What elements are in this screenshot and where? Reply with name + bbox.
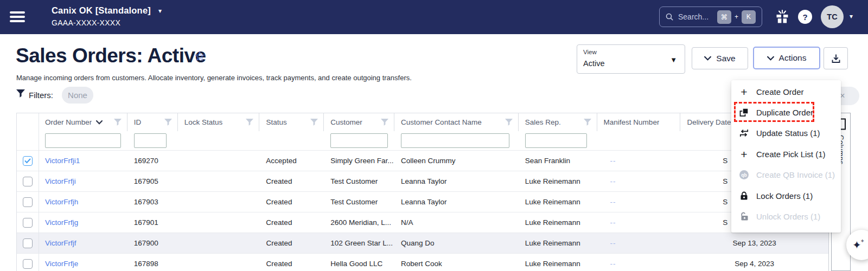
cell-order_number: VictorFrfji1 xyxy=(39,157,127,165)
row-checkbox[interactable] xyxy=(23,197,33,207)
cell-manifest_number: -- xyxy=(597,198,680,206)
menu-item-duplicate-order[interactable]: Duplicate Order xyxy=(731,102,841,122)
menu-item-unlock-orders-1[interactable]: Unlock Orders (1) xyxy=(731,206,841,227)
column-header-select[interactable] xyxy=(17,113,39,131)
column-label: Order Number xyxy=(45,118,92,126)
gift-icon[interactable] xyxy=(774,9,790,27)
column-header-customer[interactable]: Customer xyxy=(324,113,394,131)
hamburger-menu-icon[interactable] xyxy=(10,11,25,23)
filter-input-id[interactable] xyxy=(134,133,167,148)
org-name[interactable]: Canix OK [Standalone] xyxy=(52,5,151,16)
cell-manifest_number: -- xyxy=(597,177,680,185)
order-number-link[interactable]: VictorFrfjg xyxy=(45,218,78,227)
row-checkbox[interactable] xyxy=(23,238,33,248)
filter-input-sales-rep[interactable] xyxy=(525,133,587,148)
cell-order_number: VictorFrfjg xyxy=(39,218,127,227)
cell-customer: 2600 Meridian, L... xyxy=(324,218,394,227)
export-button[interactable] xyxy=(824,47,848,69)
chevron-down-icon xyxy=(704,56,711,61)
cell-customer: Test Customer xyxy=(324,177,394,185)
filter-funnel-icon[interactable] xyxy=(584,119,591,126)
filters-label: Filters: xyxy=(29,91,53,100)
cell-status: Created xyxy=(259,198,324,206)
filter-funnel-icon[interactable] xyxy=(246,119,253,126)
filter-funnel-icon[interactable] xyxy=(381,119,388,126)
menu-item-label: Unlock Orders (1) xyxy=(756,212,820,221)
cell-id: 167901 xyxy=(127,218,178,227)
view-caret-down-icon: ▼ xyxy=(670,56,677,64)
unlock-icon xyxy=(739,212,749,221)
order-number-link[interactable]: VictorFrfji xyxy=(45,177,76,185)
row-checkbox-cell xyxy=(17,259,39,269)
lock-icon xyxy=(739,191,749,201)
view-select[interactable]: View Active ▼ xyxy=(577,44,685,74)
actions-button[interactable]: Actions xyxy=(753,47,820,69)
org-chevron-down-icon[interactable]: ▾ xyxy=(158,7,162,15)
row-checkbox-cell xyxy=(17,156,39,166)
filter-cell xyxy=(324,133,394,148)
cell-customer_contact: Leanna Taylor xyxy=(394,198,519,206)
avatar-chevron-down-icon[interactable]: ▾ xyxy=(850,12,853,20)
cell-sales_rep: Sean Franklin xyxy=(519,157,597,165)
filter-input-customer[interactable] xyxy=(330,133,388,148)
cell-manifest_number: -- xyxy=(597,218,680,227)
row-checkbox[interactable] xyxy=(23,218,33,228)
filter-input-customer-contact-name[interactable] xyxy=(401,133,509,148)
cell-status: Created xyxy=(259,177,324,185)
avatar[interactable]: TC xyxy=(821,5,844,28)
menu-item-update-status-1[interactable]: Update Status (1) xyxy=(731,123,841,144)
column-divider xyxy=(39,113,39,271)
filter-input-order-number[interactable] xyxy=(45,133,121,148)
order-number-link[interactable]: VictorFrfjf xyxy=(45,239,76,247)
order-number-link[interactable]: VictorFrfji1 xyxy=(45,157,80,165)
help-icon[interactable]: ? xyxy=(798,10,812,24)
menu-item-create-order[interactable]: +Create Order xyxy=(731,81,841,102)
menu-item-lock-orders-1[interactable]: Lock Orders (1) xyxy=(731,185,841,206)
row-checkbox-cell xyxy=(17,197,39,207)
cell-delivery_date: Sep 4, 2023 xyxy=(680,260,828,268)
column-label: Sales Rep. xyxy=(525,118,561,126)
row-checkbox[interactable] xyxy=(23,177,33,186)
filter-funnel-icon[interactable] xyxy=(114,119,122,126)
cell-sales_rep: Luke Reinemann xyxy=(519,177,597,185)
filter-funnel-icon[interactable] xyxy=(505,119,513,126)
sparkle-icon: ✦ xyxy=(852,238,861,251)
cell-order_number: VictorFrfje xyxy=(39,260,127,268)
cell-customer: Hella Good LLC xyxy=(324,260,394,268)
order-number-link[interactable]: VictorFrfje xyxy=(45,260,78,268)
order-number-link[interactable]: VictorFrfjh xyxy=(45,198,78,206)
filters-value-chip[interactable]: None xyxy=(62,87,93,104)
column-header-sales-rep[interactable]: Sales Rep. xyxy=(519,113,597,131)
column-label: Manifest Number xyxy=(604,118,660,126)
table-filter-row xyxy=(17,131,828,150)
menu-item-create-pick-list-1[interactable]: +Create Pick List (1) xyxy=(731,144,841,164)
column-header-lock-status[interactable]: Lock Status xyxy=(178,113,260,131)
filter-funnel-icon[interactable] xyxy=(310,119,318,126)
k-key-badge: K xyxy=(742,10,756,24)
save-button[interactable]: Save xyxy=(692,47,748,69)
row-checkbox[interactable] xyxy=(23,156,33,166)
cell-status: Created xyxy=(259,218,324,227)
table-row: VictorFrfji1169270AcceptedSimply Green F… xyxy=(17,150,828,171)
column-header-customer-contact-name[interactable]: Customer Contact Name xyxy=(394,113,519,131)
column-header-status[interactable]: Status xyxy=(259,113,324,131)
sparkle-plus-icon: + xyxy=(861,238,864,244)
column-header-manifest-number[interactable]: Manifest Number xyxy=(597,113,681,131)
table-row: VictorFrfji167905CreatedTest CustomerLea… xyxy=(17,171,828,191)
column-header-id[interactable]: ID xyxy=(127,113,178,131)
table-row: VictorFrfje167898CreatedHella Good LLCRo… xyxy=(17,253,828,271)
row-checkbox[interactable] xyxy=(23,259,33,269)
row-checkbox-cell xyxy=(17,218,39,228)
favorite-star-icon[interactable]: ☆ xyxy=(194,48,206,64)
cell-customer_contact: Robert Cook xyxy=(394,260,519,268)
filter-funnel-icon[interactable] xyxy=(164,119,172,126)
menu-item-create-qb-invoice-1[interactable]: qbCreate QB Invoice (1) xyxy=(731,165,841,185)
global-search[interactable]: ⌘ + K xyxy=(659,7,762,27)
cell-sales_rep: Luke Reinemann xyxy=(519,198,597,206)
column-header-order-number[interactable]: Order Number xyxy=(39,113,127,131)
sort-chevron-down-icon[interactable] xyxy=(96,120,103,125)
search-input[interactable] xyxy=(677,12,714,22)
column-label: Status xyxy=(266,118,286,126)
cell-customer_contact: N/A xyxy=(394,218,519,227)
view-select-label: View xyxy=(583,49,597,55)
